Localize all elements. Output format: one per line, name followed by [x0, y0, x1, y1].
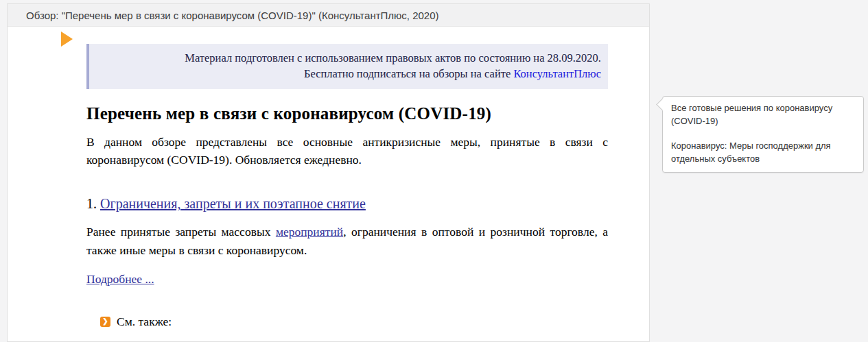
- callout-tail: [656, 98, 668, 110]
- consultantplus-link[interactable]: КонсультантПлюс: [513, 67, 601, 80]
- more-paragraph: Подробнее ...: [86, 272, 608, 286]
- section-1-number: 1.: [86, 196, 97, 211]
- section-1-body-text: Ранее принятые запреты массовых: [86, 225, 270, 239]
- document-content: Материал подготовлен с использованием пр…: [86, 44, 608, 342]
- intro-paragraph: В данном обзоре представлены все основны…: [86, 133, 608, 169]
- callout-item-state-support[interactable]: Коронавирус: Меры господдержки для отдел…: [671, 140, 855, 166]
- more-link[interactable]: Подробнее ...: [86, 272, 154, 286]
- see-also-label: См. также:: [117, 315, 172, 329]
- see-also-list: -Коронавирус (COVID-19). Ограничения пер…: [107, 338, 608, 342]
- notice-line-2: Бесплатно подписаться на обзоры на сайте…: [96, 66, 601, 82]
- notice-line-1: Материал подготовлен с использованием пр…: [96, 50, 601, 66]
- section-1-body: Ранее принятые запреты массовых мероприя…: [86, 223, 608, 259]
- document-titlebar: Обзор: "Перечень мер в связи с коронавир…: [8, 4, 649, 27]
- meropriyatiy-link[interactable]: мероприятий: [276, 225, 343, 239]
- document-title: Обзор: "Перечень мер в связи с коронавир…: [26, 10, 439, 21]
- notice-line-2-text: Бесплатно подписаться на обзоры на сайте: [304, 67, 511, 80]
- page-title: Перечень мер в связи с коронавирусом (CO…: [86, 104, 608, 123]
- section-1-title-link[interactable]: Ограничения, запреты и их поэтапное снят…: [100, 196, 366, 211]
- see-also-list-item: -Коронавирус (COVID-19). Ограничения пер…: [107, 338, 608, 342]
- see-also-header: ❯ См. также:: [100, 315, 608, 329]
- current-position-arrow-icon: [61, 32, 73, 47]
- section-1-heading: 1. Ограничения, запреты и их поэтапное с…: [86, 196, 608, 212]
- related-links-callout: Все готовые решения по коронавирусу (COV…: [662, 96, 864, 173]
- notice-box: Материал подготовлен с использованием пр…: [86, 44, 608, 89]
- document-panel: Обзор: "Перечень мер в связи с коронавир…: [7, 3, 650, 342]
- callout-item-ready-solutions[interactable]: Все готовые решения по коронавирусу (COV…: [671, 102, 855, 128]
- see-also-chevron-icon: ❯: [100, 317, 110, 327]
